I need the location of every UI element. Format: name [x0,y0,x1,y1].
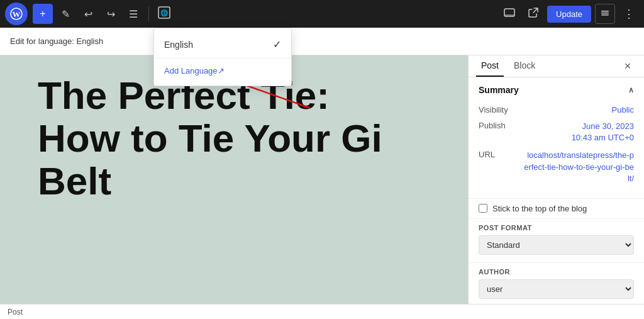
svg-rect-7 [601,13,609,14]
add-block-button[interactable]: + [33,4,53,24]
chevron-up-icon: ∧ [628,86,634,94]
undo-button[interactable]: ↩ [78,4,98,24]
close-icon: × [625,60,631,73]
visibility-value[interactable]: Public [523,105,634,115]
plus-icon: + [40,8,45,20]
svg-rect-6 [601,11,609,12]
redo-button[interactable]: ↪ [101,4,121,24]
url-label: URL [479,150,523,159]
post-format-select[interactable]: Standard Aside Image Video Quote Link [479,235,634,255]
svg-text:W: W [13,9,21,19]
wp-logo[interactable]: W [5,3,28,25]
tab-post[interactable]: Post [476,55,504,77]
checkmark-icon: ✓ [273,38,281,50]
undo-icon: ↩ [84,8,92,20]
second-bar: Edit for language: English [0,28,644,55]
svg-text:🌐: 🌐 [160,9,169,17]
url-row: URL localhost/translatepress/the-perfect… [479,150,634,184]
summary-header[interactable]: Summary ∧ [469,77,644,103]
publish-row: Publish June 30, 2023 10:43 am UTC+0 [479,121,634,143]
publish-value[interactable]: June 30, 2023 10:43 am UTC+0 [523,121,634,143]
status-text: Post [8,308,23,316]
main-layout: The Perfect Tie: How to Tie Your Gi Belt… [0,55,644,319]
lang-name: English [164,40,193,50]
editor-area[interactable]: The Perfect Tie: How to Tie Your Gi Belt [0,55,468,319]
url-value[interactable]: localhost/translatepress/the-perfect-tie… [523,150,634,184]
visibility-label: Visibility [479,105,523,115]
stick-to-top-label: Stick to the top of the blog [492,204,587,213]
status-bar: Post [0,304,644,319]
dropdown-divider [154,58,291,59]
author-label: AUTHOR [479,268,634,276]
list-view-button[interactable]: ☰ [123,4,143,24]
close-panel-button[interactable]: × [619,57,636,75]
more-options-button[interactable]: ⋮ [619,4,639,24]
settings-icon [600,8,610,20]
ellipsis-icon: ⋮ [623,7,635,21]
author-select[interactable]: user [479,279,634,299]
settings-panel-button[interactable] [595,4,615,24]
view-post-button[interactable] [523,4,543,24]
pencil-icon: ✎ [62,8,70,20]
list-icon: ☰ [129,8,138,20]
post-format-label: POST FORMAT [479,224,634,232]
edit-for-lang-label: Edit for language: English [10,36,103,46]
toolbar-separator [148,6,149,21]
redo-icon: ↪ [107,8,115,20]
post-format-section: POST FORMAT Standard Aside Image Video Q… [469,219,644,263]
author-section: AUTHOR user [469,263,644,307]
tools-button[interactable]: ✎ [55,4,75,24]
translate-icon: 🌐 [157,6,171,23]
stick-to-top-checkbox[interactable] [479,204,487,213]
summary-body: Visibility Public Publish June 30, 2023 … [469,103,644,198]
publish-label: Publish [479,121,523,130]
preview-button[interactable] [499,4,519,24]
language-option-english[interactable]: English ✓ [154,33,291,55]
visibility-row: Visibility Public [479,105,634,115]
update-button[interactable]: Update [547,6,591,23]
summary-section: Summary ∧ Visibility Public Publish June… [469,77,644,199]
panel-tabs: Post Block × [469,55,644,77]
main-toolbar: W + ✎ ↩ ↪ ☰ 🌐 [0,0,644,28]
translate-button[interactable]: 🌐 [154,4,174,24]
add-language-link[interactable]: Add Language↗ [154,61,291,81]
toolbar-right: Update ⋮ [499,4,639,24]
tab-block[interactable]: Block [509,55,540,77]
stick-to-top-row: Stick to the top of the blog [469,199,644,219]
svg-rect-8 [601,14,609,16]
right-panel: Post Block × Summary ∧ Visibility Public [468,55,644,319]
preview-icon [504,7,515,21]
external-link-icon [528,7,539,21]
language-dropdown: English ✓ Add Language↗ [153,28,292,86]
